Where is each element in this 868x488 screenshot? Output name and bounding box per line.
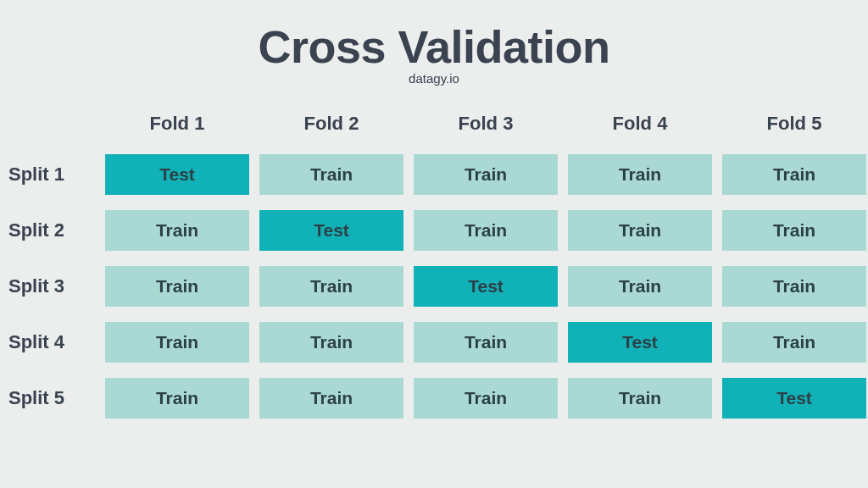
column-header: Fold 5 xyxy=(767,113,822,135)
fold-cell-train: Train xyxy=(414,154,558,195)
fold-cell-train: Train xyxy=(105,210,249,251)
fold-cell-test: Test xyxy=(722,378,866,419)
row-label: Split 5 xyxy=(2,387,64,409)
fold-cell-test: Test xyxy=(259,210,403,251)
fold-cell-train: Train xyxy=(259,154,403,195)
fold-cell-test: Test xyxy=(105,154,249,195)
page-subtitle: datagy.io xyxy=(409,71,459,86)
fold-cell-train: Train xyxy=(568,266,712,307)
column-header: Fold 4 xyxy=(613,113,668,135)
fold-cell-train: Train xyxy=(105,266,249,307)
row-label: Split 3 xyxy=(2,275,64,297)
fold-cell-train: Train xyxy=(105,322,249,363)
fold-cell-train: Train xyxy=(259,322,403,363)
fold-cell-train: Train xyxy=(722,210,866,251)
fold-cell-train: Train xyxy=(568,210,712,251)
fold-cell-train: Train xyxy=(105,378,249,419)
column-header: Fold 2 xyxy=(304,113,359,135)
fold-cell-train: Train xyxy=(259,378,403,419)
page-title: Cross Validation xyxy=(258,20,609,73)
cross-validation-grid: Fold 1 Fold 2 Fold 3 Fold 4 Fold 5 Split… xyxy=(2,103,866,424)
row-label: Split 1 xyxy=(2,164,64,186)
fold-cell-train: Train xyxy=(414,210,558,251)
fold-cell-train: Train xyxy=(414,322,558,363)
fold-cell-test: Test xyxy=(414,266,558,307)
fold-cell-train: Train xyxy=(722,266,866,307)
fold-cell-train: Train xyxy=(568,378,712,419)
fold-cell-train: Train xyxy=(722,154,866,195)
fold-cell-train: Train xyxy=(722,322,866,363)
row-label: Split 4 xyxy=(2,331,64,353)
fold-cell-train: Train xyxy=(568,154,712,195)
fold-cell-test: Test xyxy=(568,322,712,363)
column-header: Fold 3 xyxy=(459,113,514,135)
row-label: Split 2 xyxy=(2,219,64,241)
fold-cell-train: Train xyxy=(259,266,403,307)
fold-cell-train: Train xyxy=(414,378,558,419)
column-header: Fold 1 xyxy=(150,113,205,135)
